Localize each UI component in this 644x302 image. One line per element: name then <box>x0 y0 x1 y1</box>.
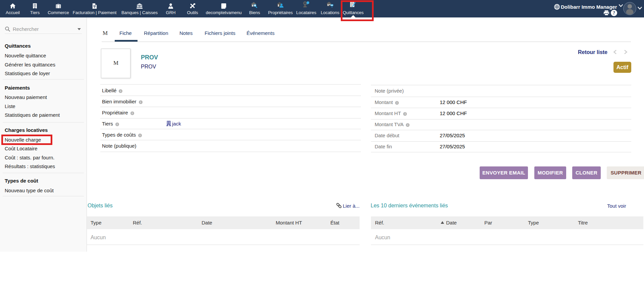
svg-text:⌂: ⌂ <box>307 2 308 4</box>
svg-text:$: $ <box>94 6 95 8</box>
